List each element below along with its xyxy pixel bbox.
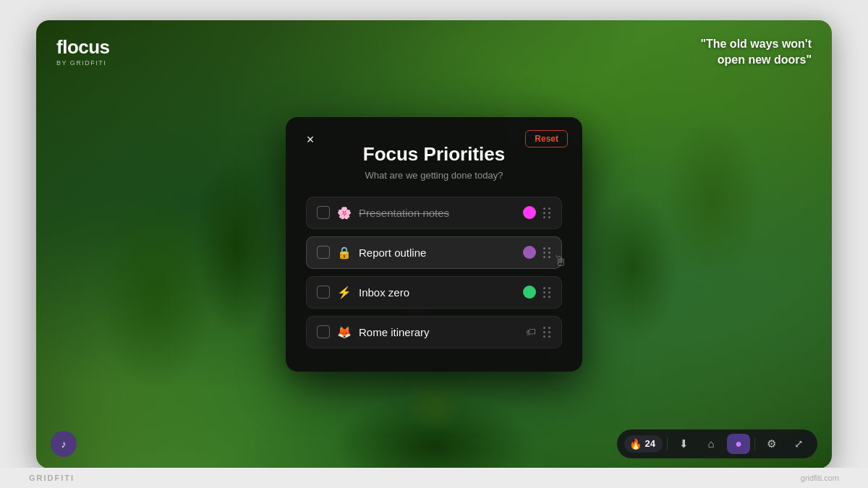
modal-title: Focus Priorities xyxy=(306,143,562,166)
task-emoji-2: 🔒 xyxy=(337,246,352,260)
task-item-highlighted: 🔒 Report outline 🖱 xyxy=(306,236,562,269)
task-item: 🌸 Presentation notes xyxy=(306,197,562,229)
task-drag-2[interactable]: 🖱 xyxy=(543,247,551,258)
reset-button[interactable]: Reset xyxy=(525,130,568,147)
task-dot-3 xyxy=(523,286,536,299)
task-checkbox-3[interactable] xyxy=(317,286,330,299)
task-label-2: Report outline xyxy=(359,247,516,259)
task-checkbox-4[interactable] xyxy=(317,325,330,338)
footer-brand: GRIDFITI xyxy=(29,474,75,482)
task-emoji-1: 🌸 xyxy=(337,206,352,220)
task-item-3: ⚡ Inbox zero xyxy=(306,276,562,309)
task-tag-icon-4: 🏷 xyxy=(526,326,536,338)
task-list: 🌸 Presentation notes 🔒 Report outline xyxy=(306,197,562,348)
task-label-3: Inbox zero xyxy=(359,286,516,299)
task-drag-1[interactable] xyxy=(543,207,551,218)
footer: GRIDFITI gridfiti.com xyxy=(0,468,868,488)
modal-close-button[interactable]: × xyxy=(300,130,320,150)
task-label-1: Presentation notes xyxy=(359,207,516,219)
task-emoji-4: 🦊 xyxy=(337,325,352,339)
screen-frame: flocus by GRIDFITI "The old ways won'top… xyxy=(36,20,832,468)
task-dot-2 xyxy=(523,246,536,259)
task-emoji-3: ⚡ xyxy=(337,286,352,299)
task-dot-1 xyxy=(523,206,536,219)
task-drag-3[interactable] xyxy=(543,287,551,298)
focus-priorities-modal: × Reset Focus Priorities What are we get… xyxy=(286,117,582,372)
footer-url: gridfiti.com xyxy=(801,474,839,482)
task-drag-4[interactable] xyxy=(543,327,551,338)
modal-overlay: × Reset Focus Priorities What are we get… xyxy=(36,20,832,468)
task-checkbox-2[interactable] xyxy=(317,246,330,259)
task-item-4: 🦊 Rome itinerary 🏷 xyxy=(306,316,562,348)
task-label-4: Rome itinerary xyxy=(359,326,519,338)
task-checkbox-1[interactable] xyxy=(317,206,330,219)
modal-subtitle: What are we getting done today? xyxy=(306,170,562,181)
